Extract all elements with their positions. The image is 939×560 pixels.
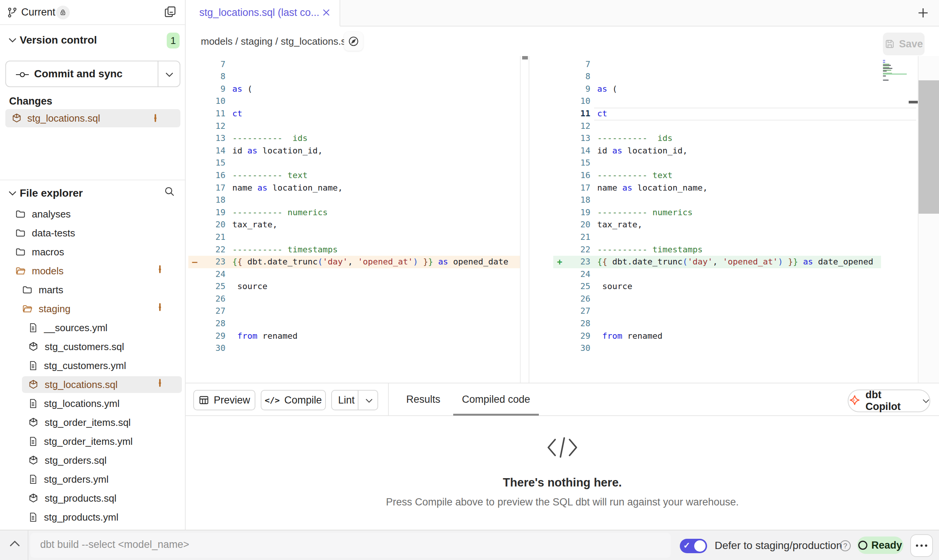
tree-item-label: stg_order_items.sql [45,417,131,429]
tree-item-data-tests[interactable]: data-tests [0,224,185,242]
code-line-28: 28 [553,318,881,330]
folder-open-icon [22,303,33,314]
code-line-17: 17name as location_name, [188,182,520,194]
copilot-chevron-icon [922,399,930,404]
tree-item-stg-products-sql[interactable]: stg_products.sql [0,489,185,508]
code-line-19: 19---------- numerics [188,206,520,219]
editor-scrollbar-thumb[interactable] [919,80,939,214]
diff-pane-previous[interactable]: 6789as (1011ct1213---------- ids14id as … [188,56,520,383]
tree-item-stg-orders-yml[interactable]: stg_orders.yml [0,470,185,489]
tree-item-label: stg_customers.sql [45,341,124,353]
save-button[interactable]: Save [883,33,925,55]
tree-item-stg-order-items-sql[interactable]: stg_order_items.sql [0,413,185,432]
code-line-9: 9as ( [553,83,881,95]
code-line-8: 8 [188,70,520,83]
changes-count-badge: 1 [167,33,180,48]
tree-item-stg-customers-sql[interactable]: stg_customers.sql [0,337,185,356]
tab-close-icon[interactable] [321,8,331,17]
defer-toggle[interactable]: ✓ [680,539,707,553]
tree-item-stg-products-yml[interactable]: stg_products.yml [0,508,185,527]
tree-item-stg-customers-yml[interactable]: stg_customers.yml [0,356,185,375]
preview-button[interactable]: Preview [193,390,255,410]
tab-compiled-code[interactable]: Compiled code [453,383,539,415]
editor-scrollbar[interactable] [918,56,939,383]
tree-item-label: stg_orders.sql [45,455,106,466]
help-icon[interactable]: ? [840,540,851,551]
new-tab-plus-icon[interactable] [916,6,930,20]
file-icon [28,474,38,485]
lineage-compass-icon[interactable] [344,32,363,51]
tree-item-marts[interactable]: marts [0,280,185,299]
tree-item-models[interactable]: models [0,261,185,280]
left-pane-scrollbar[interactable] [520,56,529,383]
code-brackets-icon [546,436,579,459]
code-line-20: 20tax_rate, [553,219,881,231]
chevron-down-icon [8,37,17,43]
tree-item-staging[interactable]: staging [0,299,185,318]
code-line-28: 28 [188,318,520,330]
tab-bar: stg_locations.sql (last co... [186,0,939,27]
dbt-command-input[interactable]: dbt build --select <model_name> [30,533,671,558]
dbt-copilot-button[interactable]: dbt Copilot [848,389,930,412]
diff-pane-current[interactable]: 6789as (1011ct1213---------- ids14id as … [553,56,881,383]
modified-indicator [159,380,161,386]
tree-item-stg-orders-sql[interactable]: stg_orders.sql [0,451,185,470]
expand-panel-chevron-icon[interactable] [9,540,20,548]
code-line-23: +23{{ dbt.date_trunc('day', 'opened_at')… [553,256,881,268]
minimap-line [883,70,887,72]
code-line-11: 11ct [553,108,881,120]
code-line-12: 12 [553,120,881,133]
code-line-12: 12 [188,120,520,133]
changed-file-row[interactable]: stg_locations.sql [5,109,180,127]
breadcrumb-bar: models / staging / stg_locations.sql Sav… [186,27,939,57]
commit-dropdown-chevron-icon[interactable] [165,72,174,77]
compile-button[interactable]: </> Compile [261,390,326,410]
status-badge-ready[interactable]: Ready [857,537,903,554]
save-floppy-icon [884,39,895,49]
file-explorer-header[interactable]: File explorer [0,185,185,202]
tree-item--sources-yml[interactable]: __sources.yml [0,318,185,337]
lint-dropdown-chevron-icon[interactable] [365,398,373,403]
lint-label: Lint [338,394,355,406]
code-line-15: 15 [188,157,520,169]
folder-icon [15,247,26,257]
tree-item-stg-locations-yml[interactable]: stg_locations.yml [0,394,185,413]
code-line-17: 17name as location_name, [553,182,881,194]
code-line-24: 24 [553,268,881,281]
status-bar: dbt build --select <model_name> ✓ Defer … [0,530,939,560]
commit-and-sync-button[interactable]: Commit and sync [5,61,180,87]
tree-item-stg-locations-sql[interactable]: stg_locations.sql [0,375,185,394]
tree-item-label: analyses [32,208,71,220]
modified-indicator [159,266,161,273]
preview-label: Preview [214,394,250,406]
branch-name: Current [21,6,55,18]
minimap-line [883,74,907,75]
tree-item-label: stg_products.sql [45,493,116,504]
toolbar-divider [388,383,389,415]
code-line-24: 24 [188,268,520,281]
version-control-header[interactable]: Version control 1 [0,32,185,48]
command-placeholder: dbt build --select <model_name> [40,539,189,551]
breadcrumb: models / staging / stg_locations.sql [201,36,354,47]
tree-item-analyses[interactable]: analyses [0,205,185,224]
compile-label: Compile [284,394,322,406]
file-explorer-title: File explorer [20,187,83,199]
code-line-29: 29 from renamed [553,330,881,343]
tree-item-stg-order-items-yml[interactable]: stg_order_items.yml [0,432,185,451]
lint-button[interactable]: Lint [331,390,378,410]
code-line-30: 30 [553,342,881,355]
tree-item-label: stg_products.yml [44,512,119,523]
right-pane-scrollbar-thumb[interactable] [909,101,918,103]
minimap-line [883,75,886,77]
tree-item-label: models [32,265,64,277]
tab-results[interactable]: Results [398,383,449,415]
tab-stg-locations[interactable]: stg_locations.sql (last co... [186,0,340,27]
copy-pages-icon[interactable] [164,5,177,18]
search-icon[interactable] [164,186,175,197]
changes-section-label: Changes [9,95,52,107]
more-options-button[interactable] [910,534,933,557]
tree-item-label: data-tests [32,227,75,239]
code-line-18: 18 [553,194,881,206]
ready-label: Ready [871,540,902,551]
tree-item-macros[interactable]: macros [0,242,185,261]
